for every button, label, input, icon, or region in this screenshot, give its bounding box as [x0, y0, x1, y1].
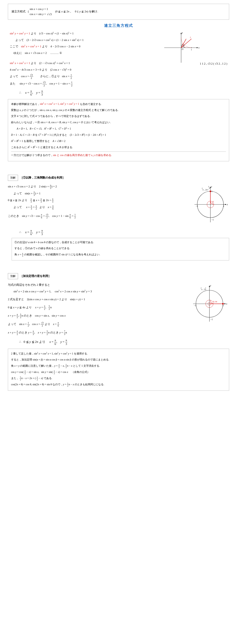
svg-marker-2	[197, 47, 198, 48]
svg-text:x: x	[226, 302, 227, 305]
svg-text:y: y	[181, 31, 183, 34]
bn1-1: ①の左辺が a sin θ + b cos θ の形なので，合成することが可能で…	[14, 240, 226, 245]
nb2-1: 2 乗して足した後，sin2 x + cos2 x = 1, sin2 y + …	[11, 351, 226, 356]
nb2-2: すると，加法定理 sin(α + β) = sin α cos β + cos …	[11, 357, 226, 362]
note-9: 一方だけでは解が 2 つ求まるので，sin と cos の値を両方求めた後で x…	[11, 152, 226, 158]
alt1-label: 別解	[8, 175, 18, 181]
note-box-2: 2 乗して足した後，sin2 x + cos2 x = 1, sin2 y + …	[8, 349, 229, 391]
problem-system: { sin x + cos y = 1 cos x + sin y = √3	[27, 10, 52, 13]
svg-text:1: 1	[223, 205, 224, 208]
svg-text:3: 3	[212, 202, 213, 204]
svg-text:2: 2	[201, 287, 202, 289]
svg-text:2: 2	[202, 188, 203, 189]
main-solution: x y O 1 π 4 π 6 (1 1	[8, 31, 229, 88]
alt2-content: x y 1 −1 π 2 , 5 2 π 0, 4π	[8, 282, 229, 337]
svg-text:1: 1	[223, 304, 224, 307]
svg-text:O: O	[182, 48, 183, 50]
note-1: 本解が標準解法であり，sin2 x + cos2 x = 1, sin2 y +…	[11, 102, 226, 107]
svg-text:y: y	[210, 284, 211, 287]
svg-text:4: 4	[181, 45, 182, 46]
problem-box: 連立方程式 { sin x + cos y = 1 cos x + sin y …	[8, 4, 229, 20]
alt2-header: 別解 ［加法定理の逆を利用］	[8, 270, 229, 281]
bn1-2: すると，①のみで x の値を求めることができる.	[14, 246, 226, 251]
nb2-3: 角 x + y の範囲に注意して解いた後，y = π2 − x, 52π − x…	[11, 364, 226, 368]
svg-marker-42	[225, 303, 226, 304]
svg-text:π: π	[184, 44, 185, 46]
svg-text:1: 1	[191, 48, 192, 51]
nb2-5: また， 52π − x = 2π + ( π2 − x) である.	[11, 376, 226, 381]
alt2-title: ［加法定理の逆を利用］	[20, 274, 51, 278]
alt2-label: 別解	[8, 273, 18, 279]
svg-text:,: ,	[203, 288, 204, 290]
note-box-1: 本解が標準解法であり，sin2 x + cos2 x = 1, sin2 y +…	[8, 99, 229, 162]
note-8: これをさらに A2 + B2 = 1 と連立すると A, B が求まる.	[11, 145, 226, 150]
svg-text:0,: 0,	[213, 300, 215, 303]
svg-text:5: 5	[204, 288, 205, 290]
graph-alt1: x y 1 −1 1 −1 π 3 π	[192, 184, 229, 226]
therefore-alt1: ∴ x = π6, y = π3	[19, 229, 229, 236]
note-2: 変数は x, y の 2 つだが，sin x, cos x, sin y, co…	[11, 108, 226, 113]
svg-text:,: ,	[204, 188, 205, 191]
svg-text:2π+: 2π+	[205, 188, 209, 191]
svg-text:1: 1	[211, 190, 213, 193]
svg-text:−1: −1	[211, 218, 214, 221]
svg-text:−1: −1	[194, 304, 196, 307]
alt1-header: 別解 ［①以降，三角関数の合成を利用］	[8, 172, 229, 182]
svg-text:3: 3	[208, 186, 209, 188]
therefore-alt2: ∴ 0 ≦ y ≦ 2π より x = π6, y = π3	[19, 338, 229, 346]
problem-label: 連立方程式	[11, 10, 25, 13]
page: 連立方程式 { sin x + cos y = 1 cos x + sin y …	[6, 0, 231, 397]
therefore-1: ∴ x = π6, y = π3	[19, 89, 229, 96]
note-7: A2 + B2 = 1 を適用して整理すると A + √3B = 2	[11, 138, 226, 144]
svg-text:π: π	[205, 288, 206, 290]
svg-text:π: π	[201, 288, 202, 290]
svg-text:π: π	[209, 187, 210, 189]
svg-text:(: (	[190, 36, 191, 38]
alt1-content: x y 1 −1 1 −1 π 3 π	[8, 184, 229, 228]
svg-text:π: π	[203, 188, 204, 191]
note-6: D = 1 − A, C = √3 − B を C2 + D2 = 1 に代入す…	[11, 132, 226, 138]
note-3: 文字 4 つに対して式 4 つであるから，すべて特定できるはずである.	[11, 114, 226, 119]
step-7: よって cos x = √32 さらに，①より sin x = 12	[10, 74, 227, 80]
alt2-step6: x + y = π2 のとき y = π3, x + y = 52π のとき y…	[8, 330, 229, 336]
svg-text:x: x	[227, 203, 228, 206]
step-6: 4 cos2 x − 4√3 cos x + 3 = 0 より (2 cos x…	[10, 67, 227, 72]
section-title: 連立三角方程式	[8, 23, 229, 28]
svg-text:6: 6	[183, 46, 184, 48]
svg-text:4π: 4π	[215, 300, 217, 303]
bracket-note-1: ①の左辺が a sin θ + b cos θ の形なので，合成することが可能で…	[12, 238, 229, 260]
note-4: 紛らわしいならば，一旦 sin x = A, cos x = B, sin y …	[11, 120, 226, 125]
graph-top-right: x y O 1 π 4 π 6 (1 1	[162, 31, 227, 65]
nb2-6: cos(2π + θ) = cos θ, sin(2π + θ) = sin θ…	[11, 382, 226, 387]
bn1-3: 角 x + π3 の範囲を確認し，その範囲内で sin が 1 になる角を考えれ…	[14, 252, 226, 257]
nb2-4: cos y = cos( π2 − x) = sin x, sin y = si…	[11, 370, 226, 375]
problem-constraint: (0 ≦ x ≦ 2π， 0 ≦ y ≦ 2π) を解け.	[55, 10, 98, 13]
svg-text:−1: −1	[210, 318, 213, 321]
svg-text:x: x	[198, 46, 200, 49]
note-5: A + D = 1, B + C = √3, A2 + B2 = 1, C2 +…	[17, 126, 226, 131]
svg-text:y: y	[211, 185, 212, 188]
alt1-title: ［①以降，三角関数の合成を利用］	[20, 176, 65, 179]
svg-text:−1: −1	[196, 205, 198, 208]
svg-marker-19	[225, 204, 226, 205]
step-8: また sin y = √3 − cos x = √32, cos y = 1 −…	[10, 81, 227, 87]
graph-alt2: x y 1 −1 π 2 , 5 2 π 0, 4π	[190, 282, 229, 326]
